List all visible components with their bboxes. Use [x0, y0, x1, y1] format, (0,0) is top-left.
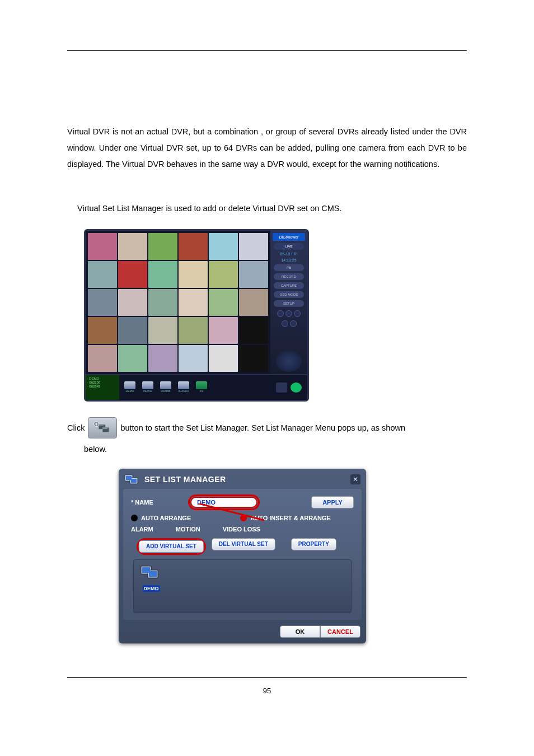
svg-rect-5 — [99, 426, 104, 426]
dvr-capture-button[interactable]: CAPTURE — [274, 282, 304, 289]
top-rule — [67, 50, 467, 51]
del-virtual-set-button[interactable]: DEL VIRTUAL SET — [212, 538, 275, 550]
name-input[interactable]: DEMO — [190, 497, 257, 508]
dvr-date: 05-10 FRI — [280, 252, 297, 256]
monitors-icon — [124, 473, 140, 486]
dvr-ptz-control[interactable] — [276, 351, 302, 372]
dvr-live-badge: LIVE — [274, 243, 304, 250]
property-button[interactable]: PROPERTY — [291, 538, 336, 550]
dialog-title: SET LIST MANAGER — [144, 475, 226, 484]
click-text-post: button to start the Set List Manager. Se… — [120, 421, 467, 436]
virtual-set-item-label: DEMO — [143, 585, 160, 592]
dvr-side-panel: DiGiViewer LIVE 05-10 FRI 14:13:25 PB RE… — [270, 231, 307, 374]
click-text-pre: Click — [67, 421, 85, 436]
dvr-thumb[interactable]: iris — [194, 381, 209, 394]
motion-label: MOTION — [176, 526, 200, 533]
dvr-thumb[interactable]: DEMO — [123, 381, 137, 394]
svg-rect-9 — [126, 476, 132, 480]
name-highlight: DEMO — [188, 494, 260, 510]
dvr-thumb[interactable]: 003CDA — [176, 381, 191, 394]
click-text-below: below. — [84, 442, 467, 458]
monitors-icon — [140, 564, 162, 580]
dvr-multiview-figure: DiGiViewer LIVE 05-10 FRI 14:13:25 PB RE… — [84, 229, 467, 402]
set-list-manager-icon[interactable] — [88, 417, 117, 438]
intro-paragraph: Virtual DVR is not an actual DVR, but a … — [67, 124, 467, 172]
virtual-set-item[interactable]: DEMO — [138, 564, 164, 592]
radio-icon[interactable] — [240, 515, 247, 521]
add-virtual-set-button[interactable]: ADD VIRTUAL SET — [139, 540, 204, 553]
svg-rect-14 — [142, 567, 150, 573]
radio-icon[interactable] — [131, 515, 138, 521]
apply-button[interactable]: APPLY — [311, 496, 354, 508]
auto-insert-label: AUTO INSERT & ARRANGE — [250, 515, 331, 521]
dvr-device-list[interactable]: · DEMO· 062200· 062843 — [86, 375, 119, 400]
dvr-logo: DiGiViewer — [273, 233, 305, 241]
dvr-camera-grid — [86, 231, 270, 374]
dvr-thumb[interactable]: 00035B — [158, 381, 173, 394]
dvr-osd-button[interactable]: OSD MODE — [274, 291, 304, 298]
dvr-time: 14:13:25 — [281, 258, 296, 262]
bottom-rule — [67, 677, 467, 678]
dvr-pb-button[interactable]: PB — [274, 264, 304, 271]
add-highlight: ADD VIRTUAL SET — [137, 538, 206, 555]
dvr-power-button[interactable] — [291, 382, 302, 393]
dvr-nav-circle[interactable] — [282, 320, 288, 327]
svg-rect-6 — [103, 428, 108, 429]
alarm-label: ALARM — [131, 526, 153, 533]
vslm-paragraph: Virtual Set List Manager is used to add … — [67, 200, 467, 217]
set-list-manager-dialog: SET LIST MANAGER ✕ * NAME DEMO APPLY AUT… — [119, 469, 366, 643]
name-label: * NAME — [131, 499, 185, 506]
dvr-record-button[interactable]: RECORD — [274, 273, 304, 280]
svg-rect-10 — [131, 479, 137, 483]
virtual-set-tray: DEMO — [133, 559, 352, 613]
svg-rect-15 — [149, 571, 157, 577]
ok-button[interactable]: OK — [280, 626, 320, 638]
dvr-thumb-strip: DEMO 062843 00035B 003CDA iris — [119, 375, 270, 400]
dvr-nav-circle[interactable] — [285, 310, 292, 317]
dvr-layout-button[interactable] — [276, 382, 287, 393]
dvr-setup-button[interactable]: SETUP — [274, 300, 304, 307]
page-number: 95 — [67, 687, 467, 695]
dvr-nav-circle[interactable] — [290, 320, 297, 327]
video-loss-label: VIDEO LOSS — [223, 526, 260, 533]
dvr-nav-circle[interactable] — [277, 310, 284, 317]
dvr-nav-circle[interactable] — [294, 310, 301, 317]
auto-arrange-label: AUTO ARRANGE — [141, 515, 191, 521]
svg-rect-4 — [102, 427, 109, 432]
cancel-button[interactable]: CANCEL — [320, 626, 360, 638]
close-icon[interactable]: ✕ — [350, 474, 360, 484]
dvr-thumb[interactable]: 062843 — [140, 381, 155, 394]
